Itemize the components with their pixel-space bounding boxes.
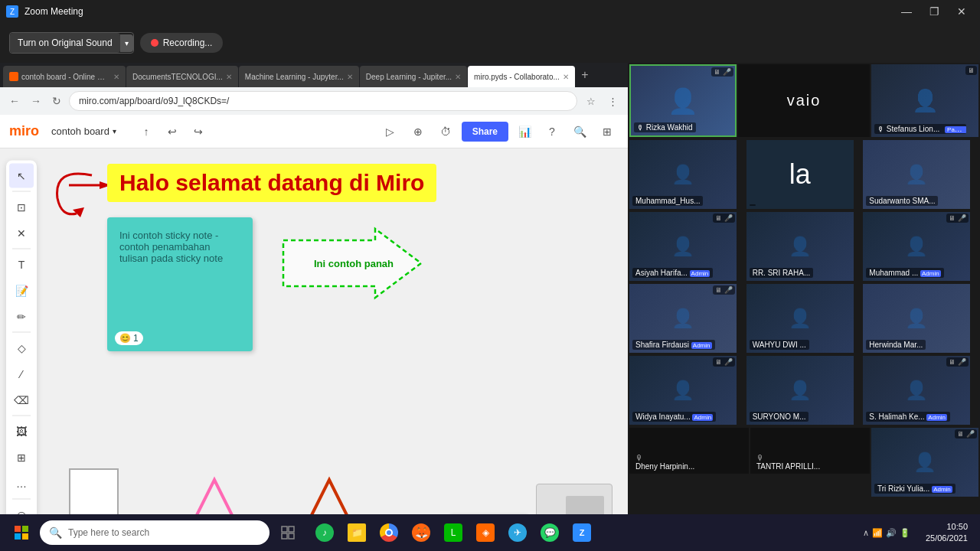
tile-dheny[interactable]: 🎙 Dheny Harpinin... (629, 428, 749, 474)
play-icon[interactable]: ▷ (379, 120, 402, 143)
row-4: 👤 🖥🎤 Shafira Firdausi Admin 👤 WAHYU DWI … (628, 282, 980, 354)
tile-muhammad-hus[interactable]: 👤 Muhammad_Hus... (629, 140, 737, 209)
main-content: contoh board - Online Whitebo... ✕ Docum… (0, 63, 980, 551)
svg-marker-0 (73, 207, 84, 217)
chart-icon[interactable]: 📊 (513, 120, 536, 143)
line-tool[interactable]: ∕ (9, 362, 34, 386)
task-view-button[interactable] (273, 517, 303, 548)
timer-icon[interactable]: ⏱ (434, 120, 457, 143)
participant-rizka[interactable]: 👤 🖥 🎤 🎙 Rizka Wakhid (629, 64, 737, 137)
share-button[interactable]: Share (462, 122, 508, 142)
image-tool[interactable]: 🖼 (9, 419, 34, 444)
firefox-icon[interactable]: 🦊 (406, 517, 436, 548)
url-input[interactable] (69, 91, 577, 111)
explorer-icon[interactable]: 📁 (341, 517, 372, 548)
zoom-taskbar-icon[interactable]: Z (567, 517, 597, 548)
tile-muhammad2[interactable]: 👤 🖥🎤 Muhammad ... Admin (863, 212, 970, 281)
tile-halimah[interactable]: 👤 🖥🎤 S. Halimah Ke... Admin (863, 356, 970, 425)
forward-button[interactable]: → (28, 93, 44, 109)
participant-vaio[interactable]: vaio (738, 64, 870, 137)
halimah-name: S. Halimah Ke... Admin (866, 412, 950, 422)
row-3: 👤 🖥🎤 Asiyah Harifa... Admin 👤 RR. SRI RA… (628, 210, 980, 282)
titlebar: Z Zoom Meeting — ❐ ✕ (0, 0, 980, 23)
tile-la[interactable]: la (746, 140, 854, 209)
board-name[interactable]: contoh board ▾ (45, 122, 122, 140)
tile-widya[interactable]: 👤 🖥🎤 Widya Inayatu... Admin (629, 356, 737, 425)
row-2: 👤 Muhammad_Hus... la 👤 Sudarwanto SMA... (628, 139, 980, 210)
system-tray[interactable]: ∧ 📶 🔊 🔋 (857, 525, 916, 541)
minimize-button[interactable]: — (894, 0, 919, 23)
rizka-avatar: 👤 (668, 86, 698, 116)
tile-asiyah[interactable]: 👤 🖥🎤 Asiyah Harifa... Admin (629, 212, 737, 281)
chevron-icon: ∧ (863, 528, 869, 538)
select-tool[interactable]: ↖ (9, 164, 34, 188)
sound-dropdown[interactable]: ▾ (120, 34, 133, 52)
template-tool[interactable]: ⊞ (9, 445, 34, 470)
tab-1[interactable]: contoh board - Online Whitebo... ✕ (3, 66, 126, 87)
text-tool[interactable]: T (9, 253, 34, 277)
stefanus-name: 🎙 Stefanus Lion... Pantia (874, 124, 966, 134)
svg-rect-7 (15, 526, 21, 532)
more-icon[interactable]: ⋮ (603, 92, 622, 110)
white-rectangle[interactable] (69, 468, 119, 518)
tab-4[interactable]: Deep Learning - Jupiter... ✕ (360, 66, 467, 87)
svg-rect-13 (282, 533, 287, 539)
tab-2-close[interactable]: ✕ (226, 73, 232, 81)
tile-sudarwanto[interactable]: 👤 Sudarwanto SMA... (863, 140, 970, 209)
app1-icon[interactable]: ◈ (470, 517, 501, 548)
tile-rr[interactable]: 👤 RR. SRI RAHA... (746, 212, 854, 281)
help-icon[interactable]: ? (541, 120, 564, 143)
chrome-icon[interactable] (374, 517, 404, 548)
miro-canvas[interactable]: ↖ ⊡ ✕ T 📝 ✏ ◇ ∕ ⌫ 🖼 ⊞ … (0, 148, 628, 551)
shapes-tool[interactable]: ◇ (9, 336, 34, 360)
zoom-toolbar: Turn on Original Sound ▾ Recording... (0, 23, 980, 63)
undo-icon[interactable]: ↩ (161, 120, 184, 143)
sound-button[interactable]: Turn on Original Sound (10, 33, 120, 53)
back-button[interactable]: ← (6, 93, 23, 109)
line-icon[interactable]: L (438, 517, 469, 548)
close-tool[interactable]: ✕ (9, 221, 34, 246)
telegram-icon[interactable]: ✈ (502, 517, 533, 548)
start-button[interactable] (6, 517, 37, 548)
shafira-name: Shafira Firdausi Admin (632, 340, 715, 350)
redo-icon[interactable]: ↪ (187, 120, 210, 143)
tile-tantri[interactable]: 🎙 TANTRI APRILLI... (750, 428, 870, 474)
tile-herwinda[interactable]: 👤 Herwinda Mar... (863, 284, 970, 353)
pen-tool[interactable]: ✏ (9, 305, 34, 329)
sticky-note[interactable]: Ini contoh sticky note - contoh penambah… (107, 217, 253, 351)
bottom-name-tiles: 🎙 Dheny Harpinin... 🎙 TANTRI APRILLI... … (628, 426, 980, 498)
tab-1-close[interactable]: ✕ (113, 73, 119, 81)
tab-2[interactable]: DocumentsTECNOLOGI... ✕ (126, 66, 238, 87)
recording-button[interactable]: Recording... (140, 33, 224, 53)
zoom-icon[interactable]: ⊕ (407, 120, 430, 143)
search-canvas-icon[interactable]: 🔍 (568, 120, 591, 143)
reload-button[interactable]: ↻ (49, 93, 64, 109)
upload-icon[interactable]: ↑ (135, 120, 158, 143)
tab-5[interactable]: miro.pyds - Collaborato... ✕ (468, 66, 575, 87)
eraser-tool[interactable]: ⌫ (9, 388, 34, 412)
tab-5-close[interactable]: ✕ (563, 73, 569, 81)
tab-4-close[interactable]: ✕ (455, 73, 461, 81)
spotify-icon[interactable]: ♪ (309, 517, 340, 548)
sticky-tool[interactable]: 📝 (9, 279, 34, 303)
close-button[interactable]: ✕ (949, 0, 974, 23)
maximize-button[interactable]: ❐ (922, 0, 946, 23)
arrow-shape[interactable]: Ini contoh panah (276, 225, 429, 302)
taskbar-clock[interactable]: 10:50 25/06/2021 (920, 518, 974, 548)
tab-3-close[interactable]: ✕ (347, 73, 353, 81)
grid-icon[interactable]: ⊞ (596, 120, 619, 143)
more-tools[interactable]: … (9, 471, 34, 496)
new-tab-button[interactable]: + (576, 66, 594, 84)
la-name (750, 204, 756, 206)
bookmark-icon[interactable]: ☆ (582, 92, 600, 110)
row-5: 👤 🖥🎤 Widya Inayatu... Admin 👤 SURYONO M.… (628, 354, 980, 426)
frames-tool[interactable]: ⊡ (9, 195, 34, 220)
tile-shafira[interactable]: 👤 🖥🎤 Shafira Firdausi Admin (629, 284, 737, 353)
whatsapp-icon[interactable]: 💬 (534, 517, 565, 548)
tile-wahyu[interactable]: 👤 WAHYU DWI ... (746, 284, 854, 353)
tab-3[interactable]: Machine Learning - Jupyter... ✕ (239, 66, 359, 87)
search-bar[interactable]: 🔍 Type here to search (40, 520, 270, 545)
tile-tririzki[interactable]: 👤 🖥🎤 Tri Rizki Yulia... Admin (871, 428, 978, 497)
tile-suryono[interactable]: 👤 SURYONO M... (746, 356, 854, 425)
participant-stefanus[interactable]: 👤 🖥 🎙 Stefanus Lion... Pantia (871, 64, 978, 137)
